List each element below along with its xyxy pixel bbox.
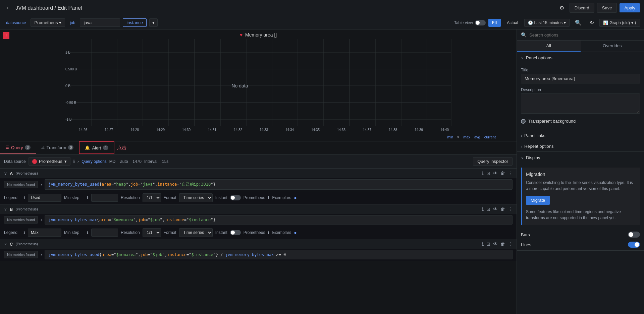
query-a-minstep-input[interactable]: [91, 194, 118, 202]
query-b-exemplars-label: Exemplars: [272, 230, 291, 235]
gear-button[interactable]: ⚙: [557, 3, 567, 12]
query-b-instant-toggle[interactable]: [230, 230, 241, 235]
query-c-expand[interactable]: ›: [41, 252, 42, 257]
query-tab-icon: ☰: [5, 145, 9, 150]
display-section: ∨ Display Migration Consider switching t…: [517, 152, 644, 251]
expand-icon: ⟩: [635, 20, 636, 25]
job-input[interactable]: [80, 18, 120, 27]
instance-button[interactable]: instance: [123, 18, 146, 27]
query-a-more[interactable]: ⋮: [508, 171, 513, 176]
svg-text:14:31: 14:31: [208, 128, 216, 132]
display-header[interactable]: ∨ Display: [517, 152, 644, 164]
tab-all[interactable]: All: [517, 41, 581, 52]
query-options-button[interactable]: Query options: [82, 159, 107, 164]
graph-type-button[interactable]: 📊 Graph (old) ▾ ⟩: [599, 19, 640, 27]
migrate-button[interactable]: Migrate: [526, 196, 550, 205]
query-b-no-metrics[interactable]: No metrics found: [4, 216, 38, 224]
legend-min[interactable]: min: [447, 135, 453, 139]
query-b-minstep-input[interactable]: [91, 229, 118, 237]
time-range-button[interactable]: 🕐 Last 15 minutes ▾: [524, 19, 570, 27]
query-a-legend-input[interactable]: [28, 194, 61, 202]
query-options-md: MD = auto = 1470: [109, 159, 142, 164]
query-a-label: A: [10, 171, 13, 176]
actual-button[interactable]: Actual: [503, 19, 521, 26]
query-b-legend-info[interactable]: ℹ: [23, 230, 25, 235]
query-a-minstep-info[interactable]: ℹ: [87, 195, 89, 200]
query-b-minstep-info[interactable]: ℹ: [87, 230, 89, 235]
svg-text:14:29: 14:29: [156, 128, 165, 132]
query-c-eye[interactable]: 👁: [493, 241, 498, 247]
query-c-collapse[interactable]: ∨: [4, 242, 7, 246]
prometheus-dropdown[interactable]: Prometheus ▾: [31, 18, 65, 27]
query-row-b: ∨ B (Prometheus) ℹ ⊡ 👁 🗑 ⋮ No metrics fo…: [0, 204, 517, 239]
query-a-legend-info[interactable]: ℹ: [23, 195, 25, 200]
query-b-info[interactable]: ℹ: [482, 206, 484, 212]
query-a-expand[interactable]: ›: [41, 182, 42, 187]
search-zoom-button[interactable]: 🔍: [572, 18, 584, 27]
table-view-switch[interactable]: [475, 20, 486, 25]
toolbar-right: Table view Fill Actual 🕐 Last 15 minutes…: [454, 18, 640, 27]
query-b-trash[interactable]: 🗑: [500, 206, 505, 212]
query-b-format-select[interactable]: Time series: [179, 228, 213, 237]
query-c-more[interactable]: ⋮: [508, 241, 513, 247]
query-c-trash[interactable]: 🗑: [500, 241, 505, 247]
chevron-down-button[interactable]: ▾: [149, 18, 158, 27]
fill-button[interactable]: Fill: [488, 19, 501, 27]
save-button[interactable]: Save: [597, 3, 617, 13]
query-a-text[interactable]: jvm_memory_bytes_used{area="heap",job="j…: [45, 179, 513, 190]
apply-button[interactable]: Apply: [620, 3, 640, 12]
query-b-prometheus-info[interactable]: ℹ: [268, 230, 269, 235]
bars-label: Bars: [521, 232, 530, 237]
query-a-copy[interactable]: ⊡: [486, 171, 490, 176]
query-c-info[interactable]: ℹ: [482, 241, 484, 247]
alert-tab-badge: 1: [103, 145, 108, 150]
query-a-format-select[interactable]: Time series: [179, 193, 213, 202]
tab-query[interactable]: ☰ Query 3: [0, 141, 36, 154]
refresh-button[interactable]: ↻: [587, 18, 597, 27]
query-b-expand[interactable]: ›: [41, 217, 42, 222]
legend-current[interactable]: current: [484, 135, 496, 139]
query-c-copy[interactable]: ⊡: [486, 241, 490, 247]
tab-transform[interactable]: ⇄ Transform 0: [36, 141, 79, 154]
query-b-resolution-select[interactable]: 1/1: [143, 228, 161, 237]
tab-overrides[interactable]: Overrides: [581, 41, 644, 52]
query-a-prometheus-info[interactable]: ℹ: [268, 195, 269, 200]
search-options-input[interactable]: [529, 33, 640, 38]
legend-max[interactable]: max: [463, 135, 470, 139]
legend-avg[interactable]: avg: [474, 135, 480, 139]
query-c-no-metrics[interactable]: No metrics found: [4, 251, 38, 258]
query-a-collapse[interactable]: ∨: [4, 171, 7, 176]
discard-button[interactable]: Discard: [570, 3, 594, 13]
query-inspector-button[interactable]: Query inspector: [473, 157, 513, 166]
query-c-text[interactable]: jvm_memory_bytes_used{area="$memarea",jo…: [45, 250, 513, 259]
transparent-bg-toggle[interactable]: [521, 119, 526, 124]
migration-warning: Some features like colored time regions …: [526, 209, 636, 221]
query-a-trash[interactable]: 🗑: [500, 171, 505, 176]
datasource-info-button[interactable]: ℹ: [73, 159, 75, 164]
tab-alert[interactable]: 🔔 Alert 1: [79, 141, 114, 154]
repeat-options-chevron-icon: ›: [521, 144, 522, 149]
description-textarea[interactable]: [521, 93, 640, 114]
query-b-more[interactable]: ⋮: [508, 206, 513, 212]
panel-options-header[interactable]: ∨ Panel options: [517, 52, 644, 64]
query-b-text[interactable]: jvm_memory_bytes_max{area="$memarea",job…: [45, 215, 513, 225]
query-a-info[interactable]: ℹ: [482, 171, 484, 176]
panel-links-row[interactable]: › Panel links: [517, 130, 644, 141]
query-b-copy[interactable]: ⊡: [486, 206, 490, 212]
title-input[interactable]: [521, 74, 640, 83]
datasource-dropdown[interactable]: Prometheus ▾: [29, 157, 70, 166]
bars-toggle[interactable]: [628, 232, 640, 238]
display-options-row: Bars Lines: [517, 229, 644, 250]
back-button[interactable]: ←: [4, 3, 13, 13]
query-b-eye[interactable]: 👁: [493, 206, 498, 212]
query-b-legend-input[interactable]: [28, 229, 61, 237]
prometheus-icon: [32, 159, 37, 164]
repeat-options-row[interactable]: › Repeat options: [517, 141, 644, 151]
query-b-collapse[interactable]: ∨: [4, 207, 7, 211]
query-row-c-header: ∨ C (Prometheus) ℹ ⊡ 👁 🗑 ⋮: [0, 239, 517, 249]
query-a-resolution-select[interactable]: 1/1: [143, 193, 161, 202]
lines-toggle[interactable]: [628, 242, 640, 248]
query-a-no-metrics[interactable]: No metrics found: [4, 181, 38, 188]
query-a-instant-toggle[interactable]: [230, 195, 241, 200]
query-a-eye[interactable]: 👁: [493, 171, 498, 176]
